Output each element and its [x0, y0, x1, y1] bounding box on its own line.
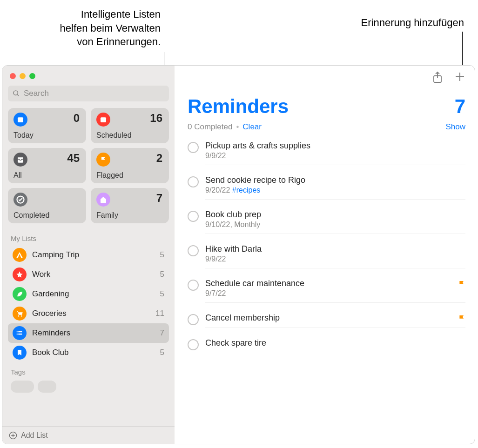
flag-icon — [96, 153, 110, 167]
reminder-title: Send cookie recipe to Rigo — [205, 175, 465, 185]
sidebar: Search 0 Today 16 Scheduled — [2, 66, 175, 444]
reminders-list: Pickup arts & crafts supplies 9/9/22 Sen… — [188, 136, 465, 358]
reminder-item[interactable]: Book club prep 9/10/22, Monthly — [188, 205, 465, 240]
svg-point-13 — [17, 334, 18, 335]
reminder-checkbox[interactable] — [188, 142, 199, 153]
list-item-label: Camping Trip — [32, 250, 155, 260]
minimize-icon[interactable] — [20, 73, 26, 79]
section-my-lists: My Lists — [8, 229, 169, 245]
svg-point-6 — [18, 315, 20, 317]
reminder-subtitle: 9/7/22 — [205, 288, 465, 298]
add-reminder-button[interactable] — [454, 71, 465, 83]
reminder-item[interactable]: Send cookie recipe to Rigo 9/20/22 #reci… — [188, 171, 465, 205]
tags-row — [8, 379, 169, 395]
reminder-checkbox[interactable] — [188, 314, 199, 325]
reminder-checkbox[interactable] — [188, 339, 199, 350]
reminder-title: Pickup arts & crafts supplies — [205, 141, 465, 151]
reminder-item[interactable]: Schedule car maintenance 9/7/22 — [188, 274, 465, 308]
sidebar-list-item[interactable]: Work 5 — [8, 265, 169, 284]
sidebar-list-item[interactable]: Groceries 11 — [8, 304, 169, 323]
calendar-icon — [96, 113, 110, 127]
search-input[interactable]: Search — [8, 86, 169, 101]
sidebar-list-item[interactable]: Camping Trip 5 — [8, 245, 169, 265]
svg-point-11 — [17, 331, 18, 332]
smart-list-count: 16 — [150, 112, 162, 125]
reminder-tag[interactable]: #recipes — [232, 186, 260, 194]
add-list-button[interactable]: Add List — [2, 426, 175, 444]
smart-list-count: 0 — [74, 112, 80, 125]
calendar-day-icon — [13, 113, 27, 127]
search-icon — [13, 90, 20, 97]
sidebar-list-item[interactable]: Book Club 5 — [8, 343, 169, 362]
list-title: Reminders — [188, 95, 289, 118]
reminder-item[interactable]: Check spare tire — [188, 334, 465, 358]
svg-line-1 — [17, 94, 19, 96]
fullscreen-icon[interactable] — [29, 73, 35, 79]
callout-line — [462, 32, 463, 69]
show-button[interactable]: Show — [445, 122, 465, 132]
flag-icon — [458, 314, 465, 322]
smart-list-flagged[interactable]: 2 Flagged — [91, 148, 169, 183]
reminder-item[interactable]: Hike with Darla 9/9/22 — [188, 240, 465, 274]
reminder-checkbox[interactable] — [188, 176, 199, 187]
list-item-count: 5 — [160, 289, 164, 299]
smart-list-family[interactable]: 7 Family — [91, 188, 169, 223]
tag-chip[interactable] — [11, 381, 34, 393]
checkmark-circle-icon — [13, 193, 27, 207]
reminder-title: Cancel membership — [205, 313, 453, 323]
cart-icon — [13, 307, 27, 321]
list-item-label: Reminders — [32, 328, 155, 338]
list-item-label: Book Club — [32, 348, 155, 357]
list-item-label: Groceries — [32, 309, 150, 318]
smart-list-label: Today — [13, 131, 34, 140]
share-button[interactable] — [432, 71, 443, 83]
reminder-checkbox[interactable] — [188, 211, 199, 222]
reminder-title: Book club prep — [205, 210, 465, 220]
tent-icon — [13, 248, 27, 262]
list-item-count: 11 — [155, 309, 164, 318]
reminder-checkbox[interactable] — [188, 245, 199, 256]
list-item-label: Work — [32, 270, 155, 279]
clear-button[interactable]: Clear — [242, 122, 262, 132]
plus-circle-icon — [9, 431, 17, 440]
title-row: Reminders 7 — [188, 88, 465, 118]
smart-list-count: 2 — [156, 152, 162, 165]
smart-list-label: All — [13, 171, 22, 180]
svg-point-12 — [17, 333, 18, 334]
bookmark-icon — [13, 346, 27, 360]
section-tags: Tags — [8, 362, 169, 379]
callout-smart-lists: Intelligente Listen helfen beim Verwalte… — [30, 7, 161, 49]
tray-icon — [13, 153, 27, 167]
search-placeholder: Search — [24, 89, 49, 98]
list-icon — [13, 326, 27, 340]
leaf-icon — [13, 287, 27, 301]
sidebar-list-item[interactable]: Gardening 5 — [8, 284, 169, 304]
smart-list-label: Family — [96, 211, 118, 220]
tag-chip[interactable] — [38, 381, 56, 393]
smart-lists-grid: 0 Today 16 Scheduled 45 All — [8, 108, 169, 223]
close-icon[interactable] — [10, 73, 16, 79]
list-item-label: Gardening — [32, 289, 155, 299]
reminders-window: Search 0 Today 16 Scheduled — [2, 65, 475, 444]
plus-icon — [454, 71, 465, 82]
reminder-subtitle: 9/9/22 — [205, 254, 465, 263]
window-controls — [8, 70, 169, 86]
reminder-title: Schedule car maintenance — [205, 279, 453, 288]
smart-list-count: 45 — [67, 152, 80, 165]
smart-list-count: 7 — [156, 192, 162, 205]
reminder-item[interactable]: Cancel membership — [188, 308, 465, 334]
add-list-label: Add List — [21, 431, 48, 440]
reminder-subtitle: 9/20/22 #recipes — [205, 185, 465, 194]
share-icon — [432, 71, 443, 83]
smart-list-scheduled[interactable]: 16 Scheduled — [91, 108, 169, 143]
my-lists: Camping Trip 5 Work 5 Gardening 5 Grocer… — [8, 245, 169, 362]
reminder-subtitle: 9/10/22, Monthly — [205, 220, 465, 229]
smart-list-all[interactable]: 45 All — [8, 148, 86, 183]
sidebar-list-item[interactable]: Reminders 7 — [8, 323, 169, 343]
list-item-count: 5 — [160, 270, 164, 279]
smart-list-completed[interactable]: Completed — [8, 188, 86, 223]
reminder-checkbox[interactable] — [188, 280, 199, 291]
reminder-item[interactable]: Pickup arts & crafts supplies 9/9/22 — [188, 136, 465, 171]
svg-point-7 — [21, 315, 22, 317]
smart-list-today[interactable]: 0 Today — [8, 108, 86, 143]
